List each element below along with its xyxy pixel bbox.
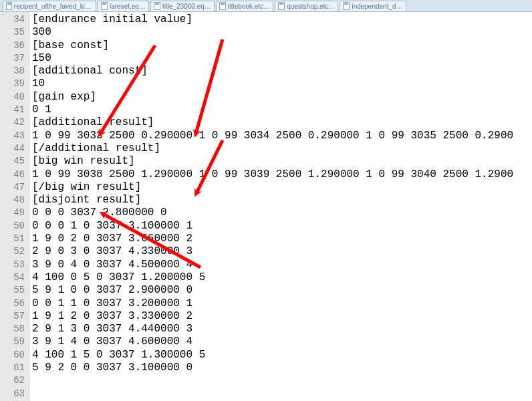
- tab-label: recipent_ofthe_faved_kir1.eq…: [14, 3, 93, 10]
- code-line: 5 9 1 0 0 3037 2.900000 0: [32, 284, 532, 297]
- line-number: 38: [0, 65, 25, 78]
- tab-label: independent_d…: [352, 3, 402, 10]
- line-number: 56: [0, 297, 25, 310]
- code-line: 1 9 1 2 0 3037 3.330000 2: [32, 310, 532, 323]
- code-line: [gain exp]: [32, 91, 532, 104]
- tab-label: titlebook.etc…: [228, 3, 270, 10]
- editor: 3435363738394041424344454647484950515253…: [0, 12, 532, 401]
- file-icon: [343, 2, 350, 10]
- code-line: 1 9 0 2 0 3037 3.660000 2: [32, 233, 532, 245]
- line-number: 60: [0, 349, 25, 362]
- code-line: 150: [32, 52, 532, 65]
- code-line: [/big win result]: [32, 181, 532, 194]
- line-number: 62: [0, 374, 25, 387]
- code-line: 5 9 2 0 0 3037 3.100000 0: [32, 362, 532, 374]
- tab-3[interactable]: titlebook.etc…: [216, 1, 273, 11]
- code-line: [/additional result]: [32, 142, 532, 155]
- code-line: 2 9 0 3 0 3037 4.330000 3: [32, 245, 532, 258]
- tab-label: lareset.eq…: [110, 3, 146, 10]
- file-icon: [101, 2, 108, 10]
- tab-2[interactable]: title_23000.eq…: [150, 1, 215, 11]
- file-icon: [278, 2, 285, 10]
- code-line: [big win result]: [32, 155, 532, 168]
- code-line: 3 9 1 4 0 3037 4.600000 4: [32, 336, 532, 348]
- line-number-gutter: 3435363738394041424344454647484950515253…: [0, 12, 29, 401]
- code-line: [disjoint result]: [32, 194, 532, 207]
- line-number: 42: [0, 116, 25, 129]
- line-number: 51: [0, 233, 25, 245]
- line-number: 36: [0, 39, 25, 52]
- file-icon: [219, 2, 226, 10]
- line-number: 58: [0, 323, 25, 336]
- line-number: 55: [0, 284, 25, 297]
- code-area[interactable]: [endurance initial value]300[base const]…: [29, 12, 532, 401]
- code-line: 1 0 99 3038 2500 1.290000 1 0 99 3039 25…: [32, 168, 532, 181]
- line-number: 57: [0, 310, 25, 323]
- code-line: 0 0 0 3037 2.800000 0: [32, 207, 532, 219]
- line-number: 34: [0, 13, 25, 26]
- line-number: 39: [0, 78, 25, 90]
- code-line: 0 0 1 1 0 3037 3.200000 1: [32, 297, 532, 310]
- line-number: 47: [0, 181, 25, 194]
- tab-0[interactable]: recipent_ofthe_faved_kir1.eq…: [3, 1, 96, 11]
- line-number: 52: [0, 245, 25, 258]
- code-line: 3 9 0 4 0 3037 4.500000 4: [32, 259, 532, 271]
- code-line: 1 0 99 3033 2500 0.290000 1 0 99 3034 25…: [32, 130, 532, 142]
- code-line: 300: [32, 26, 532, 39]
- tab-5[interactable]: independent_d…: [340, 1, 406, 11]
- code-line: 0 1: [32, 104, 532, 116]
- line-number: 44: [0, 142, 25, 155]
- line-number: 37: [0, 52, 25, 65]
- code-line: [endurance initial value]: [32, 13, 532, 26]
- line-number: 43: [0, 130, 25, 142]
- line-number: 49: [0, 207, 25, 219]
- code-line: 4 100 1 5 0 3037 1.300000 5: [32, 349, 532, 362]
- line-number: 50: [0, 220, 25, 233]
- code-line: [additional result]: [32, 116, 532, 129]
- code-line: 2 9 1 3 0 3037 4.440000 3: [32, 323, 532, 336]
- code-line: 4 100 0 5 0 3037 1.200000 5: [32, 271, 532, 284]
- line-number: 35: [0, 26, 25, 39]
- line-number: 63: [0, 388, 25, 400]
- tab-1[interactable]: lareset.eq…: [98, 1, 149, 11]
- code-line: [base const]: [32, 39, 532, 52]
- code-line: 0 0 0 1 0 3037 3.100000 1: [32, 220, 532, 233]
- code-line: 10: [32, 78, 532, 90]
- tab-label: title_23000.eq…: [162, 3, 211, 10]
- tab-bar: recipent_ofthe_faved_kir1.eq… lareset.eq…: [0, 0, 532, 12]
- line-number: 41: [0, 104, 25, 116]
- line-number: 61: [0, 362, 25, 374]
- line-number: 54: [0, 271, 25, 284]
- tab-label: questshop.etc…: [287, 3, 335, 10]
- file-icon: [154, 2, 160, 10]
- line-number: 45: [0, 155, 25, 168]
- line-number: 59: [0, 336, 25, 348]
- line-number: 40: [0, 91, 25, 104]
- code-line: [additional const]: [32, 65, 532, 78]
- tab-4[interactable]: questshop.etc…: [275, 1, 338, 11]
- line-number: 53: [0, 259, 25, 271]
- line-number: 46: [0, 168, 25, 181]
- file-icon: [6, 2, 12, 10]
- line-number: 48: [0, 194, 25, 207]
